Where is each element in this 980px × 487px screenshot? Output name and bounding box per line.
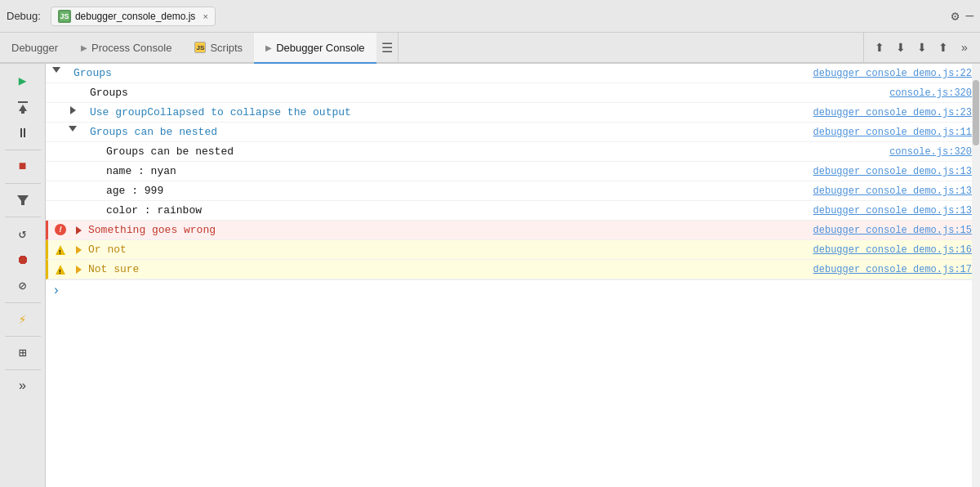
use-group-link[interactable]: debugger_console_demo.js:23 xyxy=(805,105,980,118)
main-layout: ▶ ⏸ ■ ↺ ⏺ ⊘ ⚡ ⊞ » xyxy=(0,64,980,487)
warn-or-not-expand-icon[interactable] xyxy=(76,246,82,254)
groups-inner-link[interactable]: console.js:320 xyxy=(881,85,980,99)
nested-header-text: Groups can be nested xyxy=(87,124,805,140)
tabs-bar: Debugger ▶ Process Console JS Scripts ▶ … xyxy=(0,33,980,64)
prompt-row[interactable]: › xyxy=(46,279,980,302)
console-content: Groups debugger_console_demo.js:22 Group… xyxy=(46,64,980,279)
row-groups-header[interactable]: Groups debugger_console_demo.js:22 xyxy=(46,64,980,83)
lightning-button[interactable]: ⚡ xyxy=(8,307,38,332)
warn-or-not-link[interactable]: debugger_console_demo.js:16 xyxy=(805,242,980,256)
tab-debugger-console-label: Debugger Console xyxy=(276,42,364,54)
close-tab-button[interactable]: × xyxy=(203,11,207,21)
active-file-tab[interactable]: JS debugger_console_demo.js × xyxy=(51,7,216,26)
scroll-top-button[interactable]: ⬆ xyxy=(871,38,889,56)
warn-not-sure-link[interactable]: debugger_console_demo.js:17 xyxy=(805,261,980,275)
more-tabs-button[interactable]: » xyxy=(956,38,973,56)
step-into-icon xyxy=(16,100,30,114)
scrollbar-thumb[interactable] xyxy=(973,80,979,145)
warn-not-sure-text: Not sure xyxy=(88,263,139,275)
stop-button[interactable]: ■ xyxy=(8,154,38,179)
debugger-console-arrow-icon: ▶ xyxy=(265,43,272,52)
svg-marker-1 xyxy=(19,105,27,111)
scroll-up-button2[interactable]: ⬆ xyxy=(934,38,952,56)
active-file-name: debugger_console_demo.js xyxy=(75,11,195,22)
error-text: Something goes wrong xyxy=(88,224,216,236)
sidebar-divider-3 xyxy=(5,217,41,217)
row-use-group-collapsed[interactable]: Use groupCollapsed to collapse the outpu… xyxy=(46,103,980,123)
warn-not-sure-icon-area: ! xyxy=(48,261,73,276)
color-link[interactable]: debugger_console_demo.js:13 xyxy=(805,203,980,217)
tab-debugger-label: Debugger xyxy=(11,42,58,54)
warn-not-sure-triangle-svg: ! xyxy=(55,264,66,275)
title-actions: ⚙ — xyxy=(951,8,973,25)
process-console-arrow-icon: ▶ xyxy=(81,43,87,52)
warn-or-not-content: Or not xyxy=(73,242,805,257)
settings-icon[interactable]: ⚙ xyxy=(951,8,960,25)
console-area: Groups debugger_console_demo.js:22 Group… xyxy=(46,64,980,487)
row-nested-inner: Groups can be nested console.js:320 xyxy=(46,142,980,162)
error-expand-icon[interactable] xyxy=(76,226,82,235)
error-content: Something goes wrong xyxy=(73,222,805,238)
record-button[interactable]: ⏺ xyxy=(8,248,38,272)
row-warn-not-sure[interactable]: ! Not sure debugger_console_demo.js:17 xyxy=(46,260,980,279)
age-icon-area xyxy=(78,183,103,185)
error-link[interactable]: debugger_console_demo.js:15 xyxy=(805,222,980,236)
scroll-down-button[interactable]: ⬇ xyxy=(892,38,910,56)
nested-inner-text: Groups can be nested xyxy=(103,144,881,159)
groups-inner-text: Groups xyxy=(87,85,881,101)
color-text: color : rainbow xyxy=(103,203,805,218)
error-icon-area: ! xyxy=(48,222,73,235)
grid-button[interactable]: ⊞ xyxy=(8,341,38,365)
scrollbar-track[interactable] xyxy=(972,64,980,487)
resume-button[interactable]: ▶ xyxy=(8,69,38,93)
name-nyan-link[interactable]: debugger_console_demo.js:13 xyxy=(805,163,980,177)
scroll-bottom-button[interactable]: ⬇ xyxy=(913,38,931,56)
groups-expand-icon[interactable] xyxy=(52,67,60,73)
sidebar: ▶ ⏸ ■ ↺ ⏺ ⊘ ⚡ ⊞ » xyxy=(0,64,46,487)
name-nyan-text: name : nyan xyxy=(103,163,805,179)
warn-triangle-svg: ! xyxy=(55,244,66,256)
error-exclamation-icon: ! xyxy=(55,224,66,235)
tabs-more-button[interactable]: ☰ xyxy=(376,33,399,62)
use-group-expand-icon[interactable] xyxy=(70,106,76,114)
groups-header-text: Groups xyxy=(70,65,805,81)
more-sidebar-button[interactable]: » xyxy=(8,374,38,399)
tab-debugger[interactable]: Debugger xyxy=(0,33,69,64)
tab-scripts-label: Scripts xyxy=(210,42,243,54)
minimize-icon[interactable]: — xyxy=(965,9,973,24)
sidebar-divider-2 xyxy=(5,183,41,184)
warn-not-sure-expand-icon[interactable] xyxy=(76,266,82,274)
js-file-icon: JS xyxy=(58,10,71,23)
pause-button[interactable]: ⏸ xyxy=(8,121,38,145)
groups-header-link[interactable]: debugger_console_demo.js:22 xyxy=(805,65,980,79)
row-nested-header[interactable]: Groups can be nested debugger_console_de… xyxy=(46,123,980,142)
warn-not-sure-content: Not sure xyxy=(73,261,805,277)
title-bar: Debug: JS debugger_console_demo.js × ⚙ — xyxy=(0,0,980,33)
row-warn-or-not[interactable]: ! Or not debugger_console_demo.js:16 xyxy=(46,240,980,260)
warn-or-not-text: Or not xyxy=(88,244,127,256)
tabs-spacer xyxy=(399,33,863,62)
nested-inner-link[interactable]: console.js:320 xyxy=(881,144,980,158)
nested-inner-icon-area xyxy=(78,144,103,145)
nested-header-link[interactable]: debugger_console_demo.js:11 xyxy=(805,124,980,138)
warn-or-not-icon-area: ! xyxy=(48,242,73,257)
restart-button[interactable]: ↺ xyxy=(8,221,38,246)
tab-process-console[interactable]: ▶ Process Console xyxy=(69,33,183,64)
age-link[interactable]: debugger_console_demo.js:13 xyxy=(805,183,980,197)
slash-button[interactable]: ⊘ xyxy=(8,274,38,298)
step-into-button[interactable] xyxy=(8,95,38,119)
row-error[interactable]: ! Something goes wrong debugger_console_… xyxy=(46,221,980,240)
row-groups-inner: Groups console.js:320 xyxy=(46,83,980,103)
filter-icon xyxy=(16,194,29,207)
filter-button[interactable] xyxy=(8,188,38,212)
svg-marker-3 xyxy=(17,195,29,205)
sidebar-divider-1 xyxy=(5,150,41,150)
name-nyan-icon-area xyxy=(78,163,103,165)
row-name-nyan: name : nyan debugger_console_demo.js:13 xyxy=(46,162,980,181)
tab-scripts[interactable]: JS Scripts xyxy=(183,33,254,64)
warn-not-sure-triangle-icon: ! xyxy=(54,263,67,276)
tab-debugger-console[interactable]: ▶ Debugger Console xyxy=(254,33,376,64)
svg-text:!: ! xyxy=(58,248,62,256)
nested-expand-icon[interactable] xyxy=(69,126,77,132)
warn-triangle-icon: ! xyxy=(54,244,67,257)
